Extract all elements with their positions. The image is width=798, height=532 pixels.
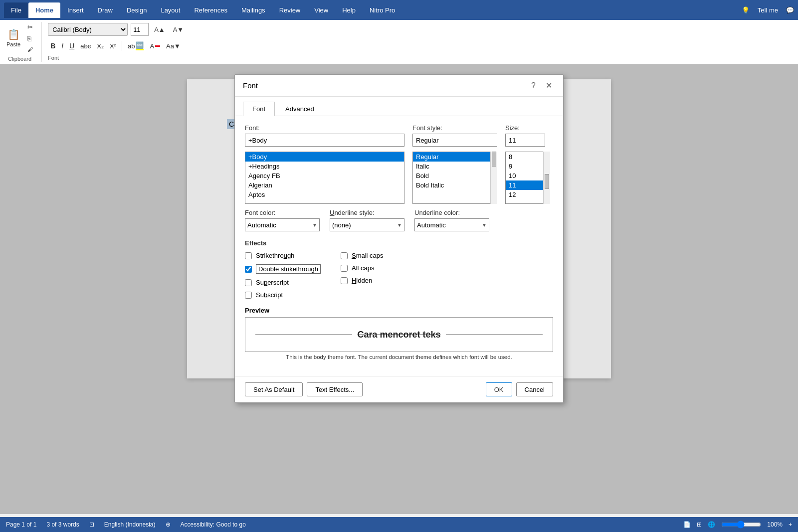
size-list-item-9[interactable]: 9 xyxy=(506,162,545,171)
subscript-button[interactable]: X₂ xyxy=(94,41,106,51)
underline-color-select[interactable]: Automatic ▼ xyxy=(414,218,489,231)
style-list-item-bolditalic[interactable]: Bold Italic xyxy=(413,180,497,190)
dialog-body: Font: Font style: Size: xyxy=(235,116,563,376)
zoom-in-icon[interactable]: + xyxy=(789,521,792,528)
font-color-button-ribbon[interactable]: A xyxy=(147,41,163,51)
accessibility-icon[interactable]: ⊕ xyxy=(166,521,171,528)
font-style-input[interactable] xyxy=(412,134,497,147)
subscript-checkbox[interactable] xyxy=(245,292,252,299)
cancel-button[interactable]: Cancel xyxy=(516,382,553,396)
style-list[interactable]: Regular Italic Bold Bold Italic xyxy=(412,152,497,204)
size-list-item-11[interactable]: 11 xyxy=(506,180,545,190)
font-list-item-aptos[interactable]: Aptos xyxy=(245,190,404,199)
ribbon-tab-layout[interactable]: Layout xyxy=(154,2,187,18)
tab-font[interactable]: Font xyxy=(243,102,275,116)
tab-advanced[interactable]: Advanced xyxy=(276,102,324,116)
font-list-item-body[interactable]: +Body xyxy=(245,152,404,162)
font-list[interactable]: +Body +Headings Agency FB Algerian Aptos xyxy=(245,152,404,204)
increase-font-button[interactable]: A▲ xyxy=(152,24,168,35)
double-strikethrough-checkbox[interactable] xyxy=(245,266,252,273)
ribbon-tab-file[interactable]: File xyxy=(4,2,28,18)
underline-style-select[interactable]: (none) ▼ xyxy=(330,218,404,231)
underline-style-label: Underline style: xyxy=(330,209,404,216)
font-size-input-dialog[interactable] xyxy=(505,134,545,147)
cut-button[interactable]: ✂ xyxy=(25,22,35,32)
web-layout-icon[interactable]: 🌐 xyxy=(708,521,715,528)
subscript-item[interactable]: Subscript xyxy=(245,291,321,299)
ribbon-tab-view[interactable]: View xyxy=(307,2,335,18)
style-list-item-regular[interactable]: Regular xyxy=(413,152,497,162)
ribbon-tab-mailings[interactable]: Mailings xyxy=(234,2,272,18)
tell-me-label[interactable]: Tell me xyxy=(758,6,778,14)
font-list-item-algerian[interactable]: Algerian xyxy=(245,180,404,190)
size-list-item-10[interactable]: 10 xyxy=(506,171,545,180)
ribbon-tab-home[interactable]: Home xyxy=(28,2,60,18)
font-list-item-headings[interactable]: +Headings xyxy=(245,162,404,171)
ribbon-tab-help[interactable]: Help xyxy=(335,2,363,18)
effects-grid: Strikethrough Double strikethrough Super… xyxy=(245,252,553,299)
font-lists-row: +Body +Headings Agency FB Algerian Aptos… xyxy=(245,152,553,204)
comment-icon[interactable]: 💬 xyxy=(786,6,794,14)
ribbon-tab-insert[interactable]: Insert xyxy=(60,2,91,18)
footer-spacer xyxy=(367,382,482,396)
superscript-checkbox[interactable] xyxy=(245,279,252,286)
ribbon-right-icons: 💡 Tell me 💬 xyxy=(742,6,794,14)
underline-color-value: Automatic xyxy=(417,221,446,229)
italic-button[interactable]: I xyxy=(59,40,66,51)
paste-button[interactable]: 📋 Paste xyxy=(4,27,23,49)
bold-button[interactable]: B xyxy=(48,40,58,51)
ribbon-tab-design[interactable]: Design xyxy=(120,2,154,18)
focus-icon[interactable]: 📄 xyxy=(683,521,691,528)
font-row: Font: Font style: Size: xyxy=(245,124,553,147)
hidden-checkbox[interactable] xyxy=(341,277,348,284)
ribbon-tab-draw[interactable]: Draw xyxy=(91,2,120,18)
font-size-input-ribbon[interactable] xyxy=(131,23,149,36)
superscript-item[interactable]: Superscript xyxy=(245,279,321,286)
all-caps-item[interactable]: All caps xyxy=(341,264,384,272)
size-list-item-12[interactable]: 12 xyxy=(506,190,545,199)
effects-left-col: Strikethrough Double strikethrough Super… xyxy=(245,252,321,299)
strikethrough-checkbox[interactable] xyxy=(245,252,252,259)
strikethrough-button[interactable]: abc xyxy=(78,41,93,51)
underline-color-arrow: ▼ xyxy=(482,222,487,228)
font-color-select[interactable]: Automatic ▼ xyxy=(245,218,320,231)
modal-titlebar: Font ? ✕ xyxy=(235,75,563,97)
style-list-item-bold[interactable]: Bold xyxy=(413,171,497,180)
ribbon-tab-review[interactable]: Review xyxy=(272,2,308,18)
ok-button[interactable]: OK xyxy=(486,382,512,396)
accessibility-label[interactable]: Accessibility: Good to go xyxy=(181,521,246,528)
preview-section: Preview Cara mencoret teks This is the b… xyxy=(245,307,553,360)
double-strikethrough-item[interactable]: Double strikethrough xyxy=(245,264,321,274)
copy-button[interactable]: ⎘ xyxy=(25,33,35,44)
decrease-font-button[interactable]: A▼ xyxy=(171,24,187,35)
ribbon-tab-references[interactable]: References xyxy=(187,2,234,18)
ribbon-tab-nitropro[interactable]: Nitro Pro xyxy=(363,2,402,18)
font-family-select[interactable]: Calibri (Body) xyxy=(48,23,128,36)
format-painter-button[interactable]: 🖌 xyxy=(25,45,35,54)
small-caps-item[interactable]: Small caps xyxy=(341,252,384,259)
font-list-item-agencyfb[interactable]: Agency FB xyxy=(245,171,404,180)
hidden-item[interactable]: Hidden xyxy=(341,277,384,284)
style-list-item-italic[interactable]: Italic xyxy=(413,162,497,171)
size-list-container: 8 9 10 11 12 xyxy=(505,152,550,204)
text-effects-button[interactable]: Text Effects... xyxy=(307,382,363,396)
help-button[interactable]: ? xyxy=(528,80,539,91)
all-caps-checkbox[interactable] xyxy=(341,265,348,272)
set-as-default-button[interactable]: Set As Default xyxy=(245,382,303,396)
underline-button[interactable]: U xyxy=(67,40,77,51)
close-button[interactable]: ✕ xyxy=(543,80,555,91)
style-scrollbar-thumb xyxy=(492,152,496,167)
size-list-item-8[interactable]: 8 xyxy=(506,152,545,162)
change-case-button[interactable]: Aa▼ xyxy=(164,41,183,51)
style-scrollbar[interactable] xyxy=(490,152,497,204)
font-name-input[interactable] xyxy=(245,134,404,147)
size-list[interactable]: 8 9 10 11 12 xyxy=(505,152,545,204)
size-scrollbar[interactable] xyxy=(543,152,550,204)
text-highlight-button[interactable]: ab🔤 xyxy=(125,40,146,52)
small-caps-checkbox[interactable] xyxy=(341,252,348,259)
zoom-slider[interactable] xyxy=(721,521,761,529)
superscript-button[interactable]: X² xyxy=(107,41,119,51)
language[interactable]: English (Indonesia) xyxy=(104,521,156,528)
print-layout-icon[interactable]: ⊞ xyxy=(697,521,702,528)
strikethrough-item[interactable]: Strikethrough xyxy=(245,252,321,259)
